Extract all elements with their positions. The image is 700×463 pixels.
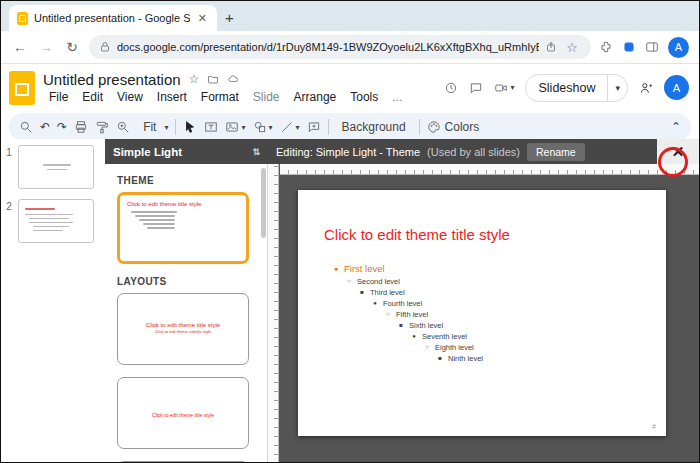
theme-name-header[interactable]: Simple Light ⇅ bbox=[105, 139, 268, 164]
theme-title-placeholder[interactable]: Click to edit theme title style bbox=[324, 226, 510, 243]
slide-thumbnail[interactable] bbox=[18, 199, 94, 243]
share-person-add-icon[interactable] bbox=[639, 81, 653, 95]
toolbar-separator bbox=[175, 119, 176, 135]
fit-select[interactable]: Fit ▾ bbox=[137, 118, 168, 136]
menu-view[interactable]: View bbox=[111, 89, 149, 105]
menu-file[interactable]: File bbox=[43, 89, 74, 105]
menu-insert[interactable]: Insert bbox=[151, 89, 193, 105]
master-thumb-lines bbox=[127, 211, 239, 229]
browser-tab[interactable]: Untitled presentation - Google S ✕ bbox=[9, 5, 217, 31]
undo-icon[interactable]: ↶ bbox=[40, 120, 50, 134]
collapse-toolbar-icon[interactable]: ⌃ bbox=[671, 120, 681, 134]
extension-icon[interactable] bbox=[622, 40, 636, 54]
outline-level-7[interactable]: ●Seventh level bbox=[410, 331, 483, 342]
text-box-icon[interactable] bbox=[204, 120, 218, 134]
bullet-icon: ○ bbox=[423, 342, 431, 353]
comment-history-icon[interactable] bbox=[469, 81, 483, 95]
theme-name: Simple Light bbox=[113, 146, 182, 158]
move-folder-icon[interactable] bbox=[207, 73, 219, 85]
print-icon[interactable] bbox=[74, 120, 88, 134]
back-icon[interactable]: ← bbox=[11, 39, 29, 55]
sort-icon[interactable]: ⇅ bbox=[252, 147, 260, 157]
version-history-icon[interactable] bbox=[444, 81, 458, 95]
bullet-icon: ○ bbox=[384, 309, 392, 320]
bookmark-star-icon[interactable]: ☆ bbox=[563, 40, 581, 55]
menu-edit[interactable]: Edit bbox=[76, 89, 109, 105]
outline-level-8[interactable]: ○Eighth level bbox=[423, 342, 483, 353]
cloud-status-icon[interactable] bbox=[227, 73, 239, 85]
bullet-icon: ● bbox=[371, 298, 379, 309]
tab-title: Untitled presentation - Google S bbox=[34, 12, 190, 24]
master-theme-thumbnail[interactable]: Click to edit theme title style bbox=[117, 192, 249, 264]
menu-tools[interactable]: Tools bbox=[344, 89, 384, 105]
image-icon bbox=[225, 120, 239, 134]
outline-level-6[interactable]: ■Sixth level bbox=[397, 320, 483, 331]
bullet-icon: ● bbox=[332, 262, 340, 276]
outline-level-1[interactable]: ●First level bbox=[332, 262, 483, 276]
layout-thumbnail-2[interactable]: Click to edit theme title style bbox=[117, 377, 249, 449]
layouts-section-label: LAYOUTS bbox=[117, 276, 257, 287]
insert-line-button[interactable]: ▾ bbox=[280, 120, 300, 134]
outline-level-3[interactable]: ■Third level bbox=[358, 287, 483, 298]
filmstrip-slide-2[interactable]: 2 bbox=[3, 199, 101, 243]
toolbar-separator bbox=[328, 119, 329, 135]
vertical-ruler bbox=[268, 164, 279, 462]
slideshow-button[interactable]: Slideshow bbox=[526, 75, 607, 101]
star-doc-icon[interactable]: ☆ bbox=[189, 72, 200, 86]
menu-overflow[interactable]: ... bbox=[386, 89, 408, 105]
slideshow-caret[interactable]: ▾ bbox=[607, 75, 627, 101]
slide-number-placeholder[interactable]: # bbox=[652, 423, 656, 430]
theme-body-placeholder[interactable]: ●First level ○Second level ■Third level … bbox=[332, 262, 483, 364]
canvas-area: Click to edit theme title style ●First l… bbox=[268, 164, 699, 462]
theme-list-scrollbar[interactable] bbox=[261, 168, 266, 238]
meet-button[interactable]: ▾ bbox=[494, 81, 514, 95]
title-block: Untitled presentation ☆ File Edit View I… bbox=[43, 71, 408, 105]
outline-level-5[interactable]: ○Fifth level bbox=[384, 309, 483, 320]
url-text: docs.google.com/presentation/d/1rDuy8M14… bbox=[117, 41, 539, 53]
zoom-icon[interactable] bbox=[116, 120, 130, 134]
slide-number: 1 bbox=[3, 145, 15, 189]
theme-body: THEME Click to edit theme title style LA… bbox=[105, 164, 699, 462]
browser-avatar[interactable]: A bbox=[668, 37, 689, 58]
side-panel-icon[interactable] bbox=[645, 40, 659, 54]
forward-icon[interactable]: → bbox=[37, 39, 55, 55]
select-cursor-icon[interactable] bbox=[183, 120, 197, 134]
rename-button[interactable]: Rename bbox=[527, 143, 585, 161]
omnibox[interactable]: docs.google.com/presentation/d/1rDuy8M14… bbox=[89, 35, 591, 59]
image-caret-icon: ▾ bbox=[241, 123, 245, 132]
account-avatar[interactable]: A bbox=[664, 75, 689, 100]
paint-format-icon[interactable] bbox=[95, 120, 109, 134]
editing-label: Editing: Simple Light - Theme bbox=[276, 146, 420, 158]
menu-format[interactable]: Format bbox=[195, 89, 245, 105]
redo-icon[interactable]: ↷ bbox=[57, 120, 67, 134]
menu-arrange[interactable]: Arrange bbox=[288, 89, 343, 105]
insert-image-button[interactable]: ▾ bbox=[225, 120, 245, 134]
line-icon bbox=[280, 120, 294, 134]
outline-level-9[interactable]: ■Ninth level bbox=[436, 353, 483, 364]
slide-thumbnail[interactable] bbox=[18, 145, 94, 189]
video-camera-icon bbox=[494, 81, 508, 95]
tab-close-icon[interactable]: ✕ bbox=[196, 12, 209, 25]
insert-shape-button[interactable]: ▾ bbox=[253, 120, 273, 134]
close-theme-icon[interactable]: ✕ bbox=[672, 143, 685, 161]
extensions-puzzle-icon[interactable] bbox=[599, 40, 613, 54]
reload-icon[interactable]: ↻ bbox=[63, 39, 81, 55]
add-comment-icon[interactable] bbox=[307, 120, 321, 134]
layout-thumbnail-3[interactable]: Click to edit theme title style bbox=[117, 461, 249, 462]
used-by-label: (Used by all slides) bbox=[427, 146, 520, 158]
new-tab-button[interactable]: + bbox=[225, 9, 234, 26]
bullet-icon: ● bbox=[410, 331, 418, 342]
outline-level-4[interactable]: ●Fourth level bbox=[371, 298, 483, 309]
outline-level-2[interactable]: ○Second level bbox=[345, 276, 483, 287]
slides-logo-icon[interactable] bbox=[9, 71, 35, 105]
slide-canvas[interactable]: Click to edit theme title style ●First l… bbox=[298, 190, 666, 436]
share-icon[interactable] bbox=[545, 41, 557, 53]
document-title[interactable]: Untitled presentation bbox=[43, 71, 181, 88]
layout-thumbnail-1[interactable]: Click to edit theme title style Click to… bbox=[117, 293, 249, 365]
background-button[interactable]: Background bbox=[336, 118, 412, 136]
colors-button[interactable]: Colors bbox=[427, 118, 486, 136]
filmstrip-slide-1[interactable]: 1 bbox=[3, 145, 101, 189]
slide-number: 2 bbox=[3, 199, 15, 243]
search-icon[interactable] bbox=[19, 120, 33, 134]
menu-slide[interactable]: Slide bbox=[247, 89, 286, 105]
